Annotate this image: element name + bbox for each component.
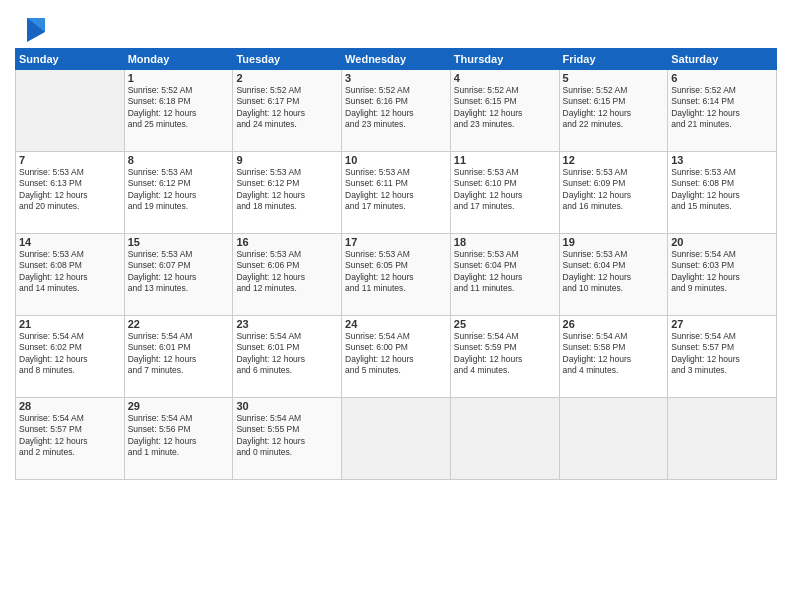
calendar-cell: 12Sunrise: 5:53 AMSunset: 6:09 PMDayligh… [559, 152, 668, 234]
header [15, 10, 777, 42]
calendar-cell: 19Sunrise: 5:53 AMSunset: 6:04 PMDayligh… [559, 234, 668, 316]
calendar-cell: 9Sunrise: 5:53 AMSunset: 6:12 PMDaylight… [233, 152, 342, 234]
day-info: Sunrise: 5:53 AMSunset: 6:05 PMDaylight:… [345, 249, 447, 295]
week-row-4: 21Sunrise: 5:54 AMSunset: 6:02 PMDayligh… [16, 316, 777, 398]
day-info: Sunrise: 5:52 AMSunset: 6:14 PMDaylight:… [671, 85, 773, 131]
calendar-cell [668, 398, 777, 480]
header-day-saturday: Saturday [668, 49, 777, 70]
calendar-cell: 8Sunrise: 5:53 AMSunset: 6:12 PMDaylight… [124, 152, 233, 234]
calendar-cell: 20Sunrise: 5:54 AMSunset: 6:03 PMDayligh… [668, 234, 777, 316]
calendar-cell: 10Sunrise: 5:53 AMSunset: 6:11 PMDayligh… [342, 152, 451, 234]
calendar-cell: 16Sunrise: 5:53 AMSunset: 6:06 PMDayligh… [233, 234, 342, 316]
day-info: Sunrise: 5:53 AMSunset: 6:08 PMDaylight:… [671, 167, 773, 213]
day-info: Sunrise: 5:54 AMSunset: 6:01 PMDaylight:… [236, 331, 338, 377]
day-info: Sunrise: 5:54 AMSunset: 5:56 PMDaylight:… [128, 413, 230, 459]
day-info: Sunrise: 5:53 AMSunset: 6:04 PMDaylight:… [454, 249, 556, 295]
logo-icon [17, 14, 45, 42]
day-number: 3 [345, 72, 447, 84]
week-row-5: 28Sunrise: 5:54 AMSunset: 5:57 PMDayligh… [16, 398, 777, 480]
week-row-1: 1Sunrise: 5:52 AMSunset: 6:18 PMDaylight… [16, 70, 777, 152]
day-number: 28 [19, 400, 121, 412]
header-day-tuesday: Tuesday [233, 49, 342, 70]
calendar-cell: 26Sunrise: 5:54 AMSunset: 5:58 PMDayligh… [559, 316, 668, 398]
calendar-cell: 13Sunrise: 5:53 AMSunset: 6:08 PMDayligh… [668, 152, 777, 234]
day-number: 27 [671, 318, 773, 330]
day-number: 4 [454, 72, 556, 84]
calendar-cell: 23Sunrise: 5:54 AMSunset: 6:01 PMDayligh… [233, 316, 342, 398]
day-info: Sunrise: 5:52 AMSunset: 6:15 PMDaylight:… [454, 85, 556, 131]
day-number: 29 [128, 400, 230, 412]
day-info: Sunrise: 5:52 AMSunset: 6:18 PMDaylight:… [128, 85, 230, 131]
day-number: 8 [128, 154, 230, 166]
day-number: 14 [19, 236, 121, 248]
calendar-cell: 24Sunrise: 5:54 AMSunset: 6:00 PMDayligh… [342, 316, 451, 398]
calendar-cell: 22Sunrise: 5:54 AMSunset: 6:01 PMDayligh… [124, 316, 233, 398]
header-day-friday: Friday [559, 49, 668, 70]
day-number: 24 [345, 318, 447, 330]
day-info: Sunrise: 5:53 AMSunset: 6:09 PMDaylight:… [563, 167, 665, 213]
day-info: Sunrise: 5:54 AMSunset: 5:57 PMDaylight:… [671, 331, 773, 377]
calendar-cell: 2Sunrise: 5:52 AMSunset: 6:17 PMDaylight… [233, 70, 342, 152]
day-number: 10 [345, 154, 447, 166]
day-info: Sunrise: 5:54 AMSunset: 5:57 PMDaylight:… [19, 413, 121, 459]
day-number: 12 [563, 154, 665, 166]
calendar-cell: 3Sunrise: 5:52 AMSunset: 6:16 PMDaylight… [342, 70, 451, 152]
calendar-cell: 21Sunrise: 5:54 AMSunset: 6:02 PMDayligh… [16, 316, 125, 398]
calendar-cell: 18Sunrise: 5:53 AMSunset: 6:04 PMDayligh… [450, 234, 559, 316]
day-number: 7 [19, 154, 121, 166]
day-info: Sunrise: 5:53 AMSunset: 6:04 PMDaylight:… [563, 249, 665, 295]
week-row-3: 14Sunrise: 5:53 AMSunset: 6:08 PMDayligh… [16, 234, 777, 316]
day-info: Sunrise: 5:54 AMSunset: 5:59 PMDaylight:… [454, 331, 556, 377]
day-info: Sunrise: 5:54 AMSunset: 6:02 PMDaylight:… [19, 331, 121, 377]
header-day-wednesday: Wednesday [342, 49, 451, 70]
header-day-thursday: Thursday [450, 49, 559, 70]
day-number: 13 [671, 154, 773, 166]
calendar-cell: 1Sunrise: 5:52 AMSunset: 6:18 PMDaylight… [124, 70, 233, 152]
day-info: Sunrise: 5:53 AMSunset: 6:06 PMDaylight:… [236, 249, 338, 295]
day-info: Sunrise: 5:54 AMSunset: 6:03 PMDaylight:… [671, 249, 773, 295]
calendar-cell: 17Sunrise: 5:53 AMSunset: 6:05 PMDayligh… [342, 234, 451, 316]
week-row-2: 7Sunrise: 5:53 AMSunset: 6:13 PMDaylight… [16, 152, 777, 234]
day-info: Sunrise: 5:54 AMSunset: 5:58 PMDaylight:… [563, 331, 665, 377]
day-number: 30 [236, 400, 338, 412]
calendar-cell: 7Sunrise: 5:53 AMSunset: 6:13 PMDaylight… [16, 152, 125, 234]
day-info: Sunrise: 5:54 AMSunset: 6:01 PMDaylight:… [128, 331, 230, 377]
logo [15, 14, 45, 42]
calendar-cell: 6Sunrise: 5:52 AMSunset: 6:14 PMDaylight… [668, 70, 777, 152]
day-info: Sunrise: 5:52 AMSunset: 6:16 PMDaylight:… [345, 85, 447, 131]
day-number: 11 [454, 154, 556, 166]
calendar-cell: 27Sunrise: 5:54 AMSunset: 5:57 PMDayligh… [668, 316, 777, 398]
day-info: Sunrise: 5:53 AMSunset: 6:12 PMDaylight:… [236, 167, 338, 213]
day-info: Sunrise: 5:53 AMSunset: 6:10 PMDaylight:… [454, 167, 556, 213]
calendar-cell [450, 398, 559, 480]
calendar-cell: 30Sunrise: 5:54 AMSunset: 5:55 PMDayligh… [233, 398, 342, 480]
day-info: Sunrise: 5:53 AMSunset: 6:08 PMDaylight:… [19, 249, 121, 295]
day-info: Sunrise: 5:52 AMSunset: 6:17 PMDaylight:… [236, 85, 338, 131]
day-info: Sunrise: 5:53 AMSunset: 6:07 PMDaylight:… [128, 249, 230, 295]
page: SundayMondayTuesdayWednesdayThursdayFrid… [0, 0, 792, 612]
calendar-cell: 14Sunrise: 5:53 AMSunset: 6:08 PMDayligh… [16, 234, 125, 316]
day-info: Sunrise: 5:54 AMSunset: 5:55 PMDaylight:… [236, 413, 338, 459]
calendar-cell: 11Sunrise: 5:53 AMSunset: 6:10 PMDayligh… [450, 152, 559, 234]
day-number: 21 [19, 318, 121, 330]
day-number: 9 [236, 154, 338, 166]
day-number: 23 [236, 318, 338, 330]
calendar-cell: 4Sunrise: 5:52 AMSunset: 6:15 PMDaylight… [450, 70, 559, 152]
day-number: 2 [236, 72, 338, 84]
day-info: Sunrise: 5:52 AMSunset: 6:15 PMDaylight:… [563, 85, 665, 131]
day-number: 17 [345, 236, 447, 248]
day-info: Sunrise: 5:53 AMSunset: 6:11 PMDaylight:… [345, 167, 447, 213]
calendar-cell: 25Sunrise: 5:54 AMSunset: 5:59 PMDayligh… [450, 316, 559, 398]
day-number: 26 [563, 318, 665, 330]
calendar-table: SundayMondayTuesdayWednesdayThursdayFrid… [15, 48, 777, 480]
calendar-cell: 5Sunrise: 5:52 AMSunset: 6:15 PMDaylight… [559, 70, 668, 152]
day-number: 19 [563, 236, 665, 248]
header-row: SundayMondayTuesdayWednesdayThursdayFrid… [16, 49, 777, 70]
day-number: 20 [671, 236, 773, 248]
calendar-cell [342, 398, 451, 480]
calendar-cell: 29Sunrise: 5:54 AMSunset: 5:56 PMDayligh… [124, 398, 233, 480]
calendar-cell [559, 398, 668, 480]
calendar-cell [16, 70, 125, 152]
day-number: 25 [454, 318, 556, 330]
header-day-monday: Monday [124, 49, 233, 70]
